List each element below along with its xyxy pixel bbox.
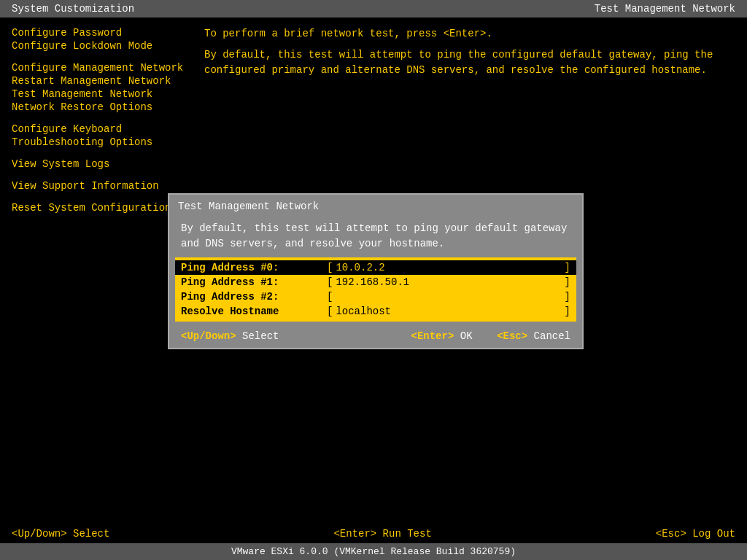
dialog[interactable]: Test Management Network By default, this… bbox=[168, 193, 584, 349]
field-bracket-close-ping1: ] bbox=[565, 276, 570, 288]
field-value-wrapper-ping1: [ 192.168.50.1 ] bbox=[327, 276, 570, 288]
fields-container: Ping Address #0: [ 10.0.2.2 ] Ping Addre… bbox=[175, 257, 576, 322]
dialog-hint-updown: <Up/Down> Select bbox=[181, 330, 279, 342]
field-bracket-open-hostname: [ bbox=[327, 306, 333, 317]
field-value-ping1: 192.168.50.1 bbox=[336, 276, 564, 288]
field-label-ping2: Ping Address #2: bbox=[181, 291, 327, 303]
field-row-ping0[interactable]: Ping Address #0: [ 10.0.2.2 ] bbox=[175, 260, 576, 275]
field-label-ping0: Ping Address #0: bbox=[181, 262, 327, 273]
field-label-ping1: Ping Address #1: bbox=[181, 276, 327, 288]
dialog-desc-line1: By default, this test will attempt to pi… bbox=[181, 222, 567, 234]
dialog-footer: <Up/Down> Select <Enter> OK <Esc> Cancel bbox=[169, 324, 582, 348]
field-label-hostname: Resolve Hostname bbox=[181, 306, 327, 317]
field-value-wrapper-ping0: [ 10.0.2.2 ] bbox=[327, 262, 570, 273]
dialog-overlay: Test Management Network By default, this… bbox=[0, 0, 747, 560]
field-value-wrapper-ping2: [ ] bbox=[327, 291, 570, 303]
field-row-hostname[interactable]: Resolve Hostname [ localhost ] bbox=[175, 304, 576, 319]
field-row-ping2[interactable]: Ping Address #2: [ ] bbox=[175, 289, 576, 304]
field-bracket-close-ping2: ] bbox=[565, 291, 570, 303]
field-value-hostname: localhost bbox=[336, 306, 564, 317]
dialog-desc-line2: and DNS servers, and resolve your hostna… bbox=[181, 238, 444, 249]
dialog-hint-select: Select bbox=[242, 330, 279, 342]
dialog-hint-cancel: Cancel bbox=[534, 330, 570, 342]
field-bracket-open-ping2: [ bbox=[327, 291, 333, 303]
dialog-key-enter: <Enter> bbox=[411, 330, 454, 342]
field-value-ping0: 10.0.2.2 bbox=[336, 262, 564, 273]
dialog-key-updown: <Up/Down> bbox=[181, 330, 236, 342]
field-bracket-open-ping0: [ bbox=[327, 262, 333, 273]
field-value-wrapper-hostname: [ localhost ] bbox=[327, 306, 570, 317]
field-bracket-open-ping1: [ bbox=[327, 276, 333, 288]
dialog-key-esc: <Esc> bbox=[497, 330, 527, 342]
field-row-ping1[interactable]: Ping Address #1: [ 192.168.50.1 ] bbox=[175, 275, 576, 289]
dialog-hint-ok: OK bbox=[460, 330, 473, 342]
dialog-body: By default, this test will attempt to pi… bbox=[169, 215, 582, 254]
dialog-hint-enter-esc: <Enter> OK <Esc> Cancel bbox=[411, 330, 570, 342]
dialog-title: Test Management Network bbox=[169, 195, 582, 215]
field-bracket-close-ping0: ] bbox=[565, 262, 570, 273]
field-bracket-close-hostname: ] bbox=[565, 306, 570, 317]
